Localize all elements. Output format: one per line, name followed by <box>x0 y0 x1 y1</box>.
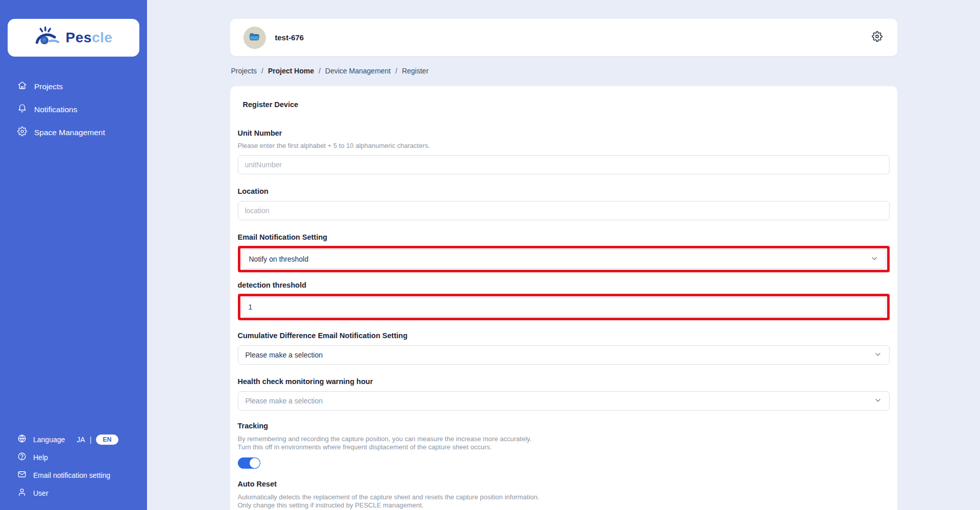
user-icon <box>17 488 27 498</box>
cumulative-difference-label: Cumulative Difference Email Notification… <box>238 332 890 340</box>
unit-number-input[interactable] <box>238 155 890 174</box>
language-label: Language <box>33 436 65 444</box>
folder-icon <box>249 31 261 45</box>
health-check-select[interactable]: Please make a selection <box>238 391 890 411</box>
sidebar-item-space-management[interactable]: Space Management <box>0 121 147 144</box>
highlight-box-detection-threshold <box>238 294 890 320</box>
chevron-down-icon <box>874 350 882 360</box>
cumulative-difference-select[interactable]: Please make a selection <box>238 345 890 365</box>
auto-reset-field: Auto Reset Automatically detects the rep… <box>238 480 890 510</box>
breadcrumb-separator: / <box>261 67 263 75</box>
breadcrumb-projects[interactable]: Projects <box>231 67 257 75</box>
health-check-placeholder: Please make a selection <box>246 397 323 405</box>
pescle-eye-icon <box>35 26 61 49</box>
app-root: Pescle Projects Notifications <box>0 0 980 510</box>
tracking-description: By remembering and recording the capture… <box>238 435 890 451</box>
gear-icon <box>872 31 883 44</box>
home-icon <box>17 81 27 92</box>
help-item[interactable]: Help <box>0 448 147 466</box>
auto-reset-label: Auto Reset <box>238 480 890 488</box>
globe-icon <box>17 434 27 445</box>
breadcrumb-separator: / <box>396 67 398 75</box>
help-circle-icon <box>17 452 27 463</box>
breadcrumb-device-management[interactable]: Device Management <box>325 67 390 75</box>
email-notification-value: Notify on threshold <box>249 255 309 263</box>
language-row: Language JA | EN <box>0 430 147 448</box>
detection-threshold-field: detection threshold <box>238 281 890 320</box>
user-item[interactable]: User <box>0 484 147 502</box>
pescle-logo[interactable]: Pescle <box>8 19 139 57</box>
tracking-toggle[interactable] <box>238 457 260 469</box>
chevron-down-icon <box>874 396 882 406</box>
sidebar-item-label: Space Management <box>34 128 105 137</box>
project-settings-button[interactable] <box>871 31 884 44</box>
sidebar-item-projects[interactable]: Projects <box>0 75 147 98</box>
auto-reset-description: Automatically detects the replacement of… <box>238 493 890 509</box>
gear-icon <box>17 126 27 138</box>
register-device-card: Register Device Unit Number Please enter… <box>230 86 897 510</box>
sidebar-footer: Language JA | EN Help <box>0 430 147 502</box>
sidebar-item-notifications[interactable]: Notifications <box>0 98 147 121</box>
project-header-card: test-676 <box>230 19 897 56</box>
language-divider: | <box>90 436 92 444</box>
sidebar-item-label: Notifications <box>34 105 77 114</box>
main-area: test-676 Projects / Project Home / Devic <box>147 0 980 510</box>
email-notification-setting-label: Email Notification Setting <box>238 233 890 241</box>
location-label: Location <box>238 187 890 195</box>
sidebar: Pescle Projects Notifications <box>0 0 147 510</box>
email-notification-label: Email notification setting <box>33 471 110 479</box>
help-label: Help <box>33 453 48 462</box>
breadcrumb-register[interactable]: Register <box>402 67 428 75</box>
detection-threshold-input[interactable] <box>241 297 886 317</box>
email-notification-setting-item[interactable]: Email notification setting <box>0 466 147 484</box>
location-input[interactable] <box>238 201 890 220</box>
email-notification-select[interactable]: Notify on threshold <box>241 249 886 269</box>
email-notification-field: Email Notification Setting Notify on thr… <box>238 233 890 272</box>
user-label: User <box>33 489 48 497</box>
health-check-field: Health check monitoring warning hour Ple… <box>238 377 890 411</box>
unit-number-field: Unit Number Please enter the first alpha… <box>238 129 890 174</box>
mail-icon <box>17 470 27 480</box>
tracking-label: Tracking <box>238 422 890 430</box>
detection-threshold-label: detection threshold <box>238 281 890 289</box>
language-ja-button[interactable]: JA <box>77 436 85 444</box>
form-title: Register Device <box>243 100 890 109</box>
chevron-down-icon <box>870 254 878 264</box>
sidebar-item-label: Projects <box>34 82 63 91</box>
unit-number-label: Unit Number <box>238 129 890 137</box>
bell-icon <box>17 104 27 115</box>
location-field: Location <box>238 187 890 220</box>
project-name: test-676 <box>275 33 304 42</box>
pescle-wordmark: Pescle <box>66 30 113 46</box>
sidebar-nav: Projects Notifications Space Manageme <box>0 75 147 144</box>
cumulative-difference-value: Please make a selection <box>246 351 323 359</box>
cumulative-difference-field: Cumulative Difference Email Notification… <box>238 332 890 365</box>
toggle-knob <box>250 458 260 468</box>
project-avatar[interactable] <box>243 27 266 49</box>
health-check-label: Health check monitoring warning hour <box>238 377 890 386</box>
highlight-box-email-notification: Notify on threshold <box>238 246 890 272</box>
breadcrumb: Projects / Project Home / Device Managem… <box>230 67 897 75</box>
breadcrumb-separator: / <box>318 67 321 75</box>
unit-number-helper: Please enter the first alphabet + 5 to 1… <box>238 142 890 149</box>
language-en-button[interactable]: EN <box>96 435 118 445</box>
tracking-field: Tracking By remembering and recording th… <box>238 422 890 469</box>
breadcrumb-project-home[interactable]: Project Home <box>268 67 314 75</box>
